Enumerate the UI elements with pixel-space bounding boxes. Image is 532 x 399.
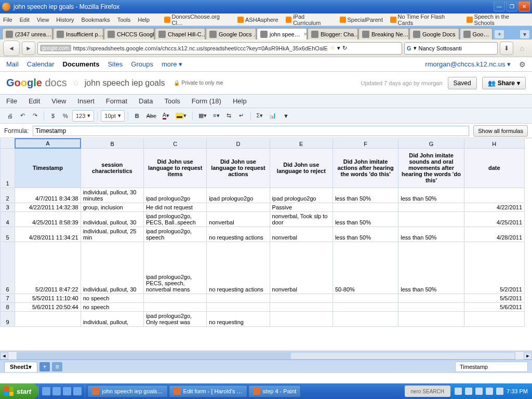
doc-name[interactable]: john speech iep goals [85, 78, 165, 88]
docmenu-help[interactable]: Help [233, 97, 247, 105]
cell[interactable]: 50-80% [332, 242, 398, 294]
cell[interactable]: 5/5/2011 [464, 294, 524, 302]
undo-button[interactable]: ↶ [17, 110, 28, 122]
tray-icon[interactable] [465, 388, 472, 395]
cell[interactable] [398, 311, 464, 326]
cell[interactable]: no speech [81, 302, 143, 311]
row-header[interactable]: 7 [1, 294, 15, 302]
tray-icon[interactable] [496, 388, 503, 395]
cell[interactable] [398, 294, 464, 302]
cell[interactable] [207, 203, 270, 211]
row-header[interactable]: 1 [1, 148, 15, 188]
column-title[interactable]: session characteristics [81, 148, 143, 188]
col-header[interactable]: D [207, 139, 270, 148]
col-header[interactable]: A [15, 139, 81, 148]
gear-icon[interactable]: ⚙ [519, 60, 526, 69]
column-title[interactable]: Timestamp [15, 148, 81, 188]
quicklaunch-icon[interactable] [42, 387, 50, 395]
minimize-button[interactable]: — [494, 1, 505, 11]
share-button[interactable]: 👥Share▾ [482, 77, 526, 89]
cell[interactable] [270, 302, 332, 311]
cell[interactable]: ipad prologuo2go [207, 188, 270, 203]
taskbar-button[interactable]: Edit form - [ Harold's … [169, 385, 247, 397]
bookmark-item[interactable]: SpecialParent [340, 17, 383, 23]
menu-tools[interactable]: Tools [117, 17, 131, 23]
col-header[interactable]: B [81, 139, 143, 148]
cell[interactable]: 4/7/2011 8:34:38 [15, 188, 81, 203]
gbar-documents[interactable]: Documents [63, 60, 100, 68]
cell[interactable]: 4/28/2011 [464, 227, 524, 242]
cell[interactable]: 5/6/2011 [464, 302, 524, 311]
browser-tab[interactable]: CHCCS Googl… [104, 28, 154, 39]
bookmark-item[interactable]: DonorsChoose.org Cl… [164, 14, 230, 26]
fill-color-button[interactable]: ▬▾ [173, 110, 189, 122]
show-all-formulas-button[interactable]: Show all formulas [473, 125, 528, 137]
cell[interactable]: 4/25/2011 8:58:39 [15, 211, 81, 227]
docmenu-form[interactable]: Form (18) [192, 97, 221, 105]
home-button[interactable]: ⌂ [515, 42, 529, 55]
cell[interactable] [207, 294, 270, 302]
cell[interactable]: 4/22/2011 [464, 203, 524, 211]
sheet-list-button[interactable]: ≡ [52, 362, 62, 371]
tray-icon[interactable] [486, 388, 493, 395]
cell[interactable]: ipad prologuo2go, Only request was [143, 311, 206, 326]
browser-tab[interactable]: Goo… [460, 28, 493, 39]
bookmark-star-icon[interactable]: ☆ [330, 45, 335, 51]
row-header[interactable]: 4 [1, 211, 15, 227]
reload-icon[interactable]: ↻ [342, 45, 347, 51]
quicklaunch-icon[interactable] [73, 387, 82, 395]
cell[interactable]: 5/5/2011 11:10:40 [15, 294, 81, 302]
cell[interactable] [332, 302, 398, 311]
cell[interactable]: less than 50% [398, 242, 464, 294]
cell[interactable]: individual, pullout, 30 [81, 242, 143, 294]
col-header[interactable]: G [398, 139, 464, 148]
forward-button[interactable]: ► [22, 42, 35, 55]
cell[interactable]: less than 50% [332, 211, 398, 227]
row-header[interactable]: 6 [1, 242, 15, 294]
cell[interactable]: 5/6/2011 20:50:44 [15, 302, 81, 311]
row-header[interactable]: 9 [1, 311, 15, 326]
cell[interactable]: no requesting [207, 311, 270, 326]
cell[interactable] [332, 203, 398, 211]
borders-button[interactable]: ▦▾ [196, 110, 209, 122]
cell[interactable]: 4/22/2011 14:32:38 [15, 203, 81, 211]
cell[interactable] [398, 203, 464, 211]
clock[interactable]: 7:33 PM [507, 388, 528, 394]
docmenu-edit[interactable]: Edit [29, 97, 40, 105]
merge-button[interactable]: ⇆ [223, 110, 235, 122]
saved-button[interactable]: Saved [448, 77, 477, 89]
formula-button[interactable]: Σ▾ [254, 110, 266, 122]
spreadsheet-grid[interactable]: ABCDEFGH1Timestampsession characteristic… [0, 138, 532, 351]
fontsize-select[interactable]: 10pt▾ [101, 110, 124, 122]
scroll-thumb[interactable] [17, 353, 291, 359]
cell[interactable]: ipad prologuo2go, PECS, speech, nonverba… [143, 242, 206, 294]
docmenu-file[interactable]: File [6, 97, 17, 105]
privacy-indicator[interactable]: 🔒Private to only me [174, 80, 223, 86]
horizontal-scrollbar[interactable]: ◄ ► [0, 351, 532, 360]
cell[interactable]: nonverbal, Took slp to door [270, 211, 332, 227]
scroll-track[interactable] [17, 352, 515, 360]
docmenu-tools[interactable]: Tools [164, 97, 180, 105]
cell[interactable]: Passive [270, 203, 332, 211]
browser-tab[interactable]: Breaking Ne… [358, 28, 409, 39]
add-sheet-button[interactable]: + [39, 362, 50, 371]
row-header[interactable]: 8 [1, 302, 15, 311]
col-header[interactable]: H [464, 139, 524, 148]
cell[interactable] [464, 188, 524, 203]
menu-help[interactable]: Help [138, 17, 150, 23]
docmenu-data[interactable]: Data [139, 97, 153, 105]
cell[interactable]: no requesting actions [207, 227, 270, 242]
browser-tab[interactable]: Blogger: Cha… [308, 28, 358, 39]
gbar-groups[interactable]: Groups [131, 60, 153, 68]
col-header[interactable]: C [143, 139, 206, 148]
menu-bookmarks[interactable]: Bookmarks [82, 17, 110, 23]
cell[interactable] [332, 294, 398, 302]
browser-tab[interactable]: Google Docs [409, 28, 459, 39]
gbar-calendar[interactable]: Calendar [27, 60, 55, 68]
browser-tab[interactable]: Insufficient p… [53, 28, 103, 39]
browser-tab[interactable]: Google Docs … [206, 28, 256, 39]
scroll-left-icon[interactable]: ◄ [0, 352, 8, 360]
column-title[interactable]: Did John use language to request items [143, 148, 206, 188]
cell[interactable]: group, inclusion [81, 203, 143, 211]
column-title[interactable]: Did John use language to reject [270, 148, 332, 188]
